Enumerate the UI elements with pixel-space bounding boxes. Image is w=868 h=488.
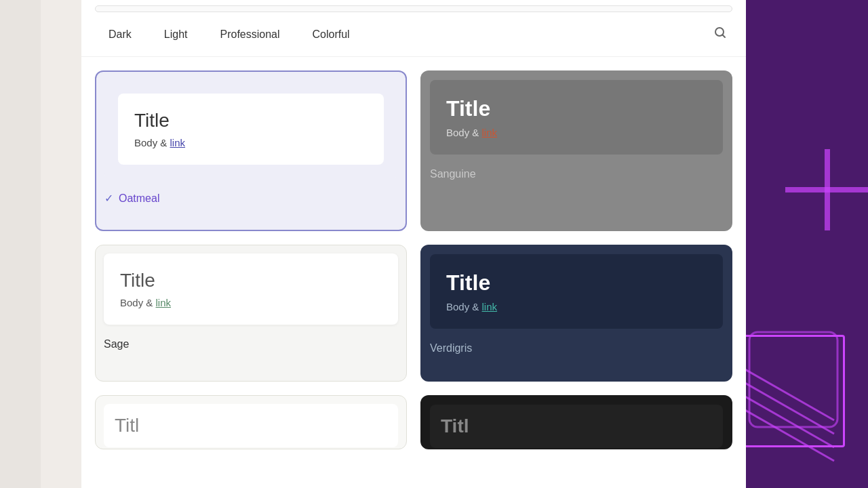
bottom-right-title: Titl [441,415,712,437]
sanguine-title: Title [446,96,707,121]
bottom-left-preview: Titl [104,404,398,447]
right-decorative-panel [746,0,868,488]
oatmeal-preview-area: Title Body & link [104,80,397,178]
theme-card-sage[interactable]: Title Body & link Sage [95,245,407,381]
svg-line-7 [746,366,834,420]
tab-dark[interactable]: Dark [95,23,145,46]
oatmeal-check-icon: ✓ [104,192,113,205]
sage-link[interactable]: link [156,297,172,308]
verdigris-label: Verdigris [430,342,472,354]
sage-body: Body & link [120,297,382,308]
theme-grid: Title Body & link ✓ Oatmeal Title Body &… [81,57,746,477]
theme-card-oatmeal[interactable]: Title Body & link ✓ Oatmeal [95,70,407,231]
oatmeal-title: Title [134,110,368,131]
oatmeal-name-row: ✓ Oatmeal [96,186,406,216]
sanguine-link[interactable]: link [482,127,498,138]
left-sidebar [0,0,81,488]
theme-card-bottom-left[interactable]: Titl [95,395,407,449]
oatmeal-body: Body & link [134,137,368,148]
verdigris-title: Title [446,270,707,296]
sanguine-name-row: Sanguine [422,163,731,191]
bottom-right-preview: Titl [430,405,723,448]
sage-label: Sage [104,338,129,350]
sanguine-label: Sanguine [430,168,476,180]
sage-preview-inner: Title Body & link [104,253,398,325]
sage-name-row: Sage [96,333,406,361]
filter-tabs-container: Dark Light Professional Colorful [81,12,746,57]
sanguine-preview-inner: Title Body & link [430,80,723,155]
left-sidebar-inner [0,0,41,488]
theme-card-sanguine[interactable]: Title Body & link Sanguine [420,70,732,231]
theme-card-bottom-right[interactable]: Titl [420,395,732,449]
search-icon [713,26,727,39]
right-panel-decoration [746,0,868,488]
search-button[interactable] [708,20,732,48]
tab-light[interactable]: Light [151,23,201,46]
svg-line-1 [723,35,726,38]
svg-line-4 [746,380,834,434]
tab-colorful[interactable]: Colorful [299,23,363,46]
theme-card-verdigris[interactable]: Title Body & link Verdigris [420,245,732,381]
sage-title: Title [120,270,382,291]
bottom-left-title: Titl [115,415,387,436]
verdigris-body: Body & link [446,301,707,312]
svg-line-6 [746,407,834,461]
tab-professional[interactable]: Professional [206,23,293,46]
svg-line-5 [746,393,834,447]
main-content: Dark Light Professional Colorful Title B… [81,0,746,488]
verdigris-name-row: Verdigris [422,337,731,365]
oatmeal-preview-inner: Title Body & link [118,94,384,165]
sanguine-body: Body & link [446,127,707,138]
verdigris-preview-inner: Title Body & link [430,254,723,329]
oatmeal-label: Oatmeal [119,192,159,205]
oatmeal-link[interactable]: link [170,137,186,148]
verdigris-link[interactable]: link [482,301,498,312]
